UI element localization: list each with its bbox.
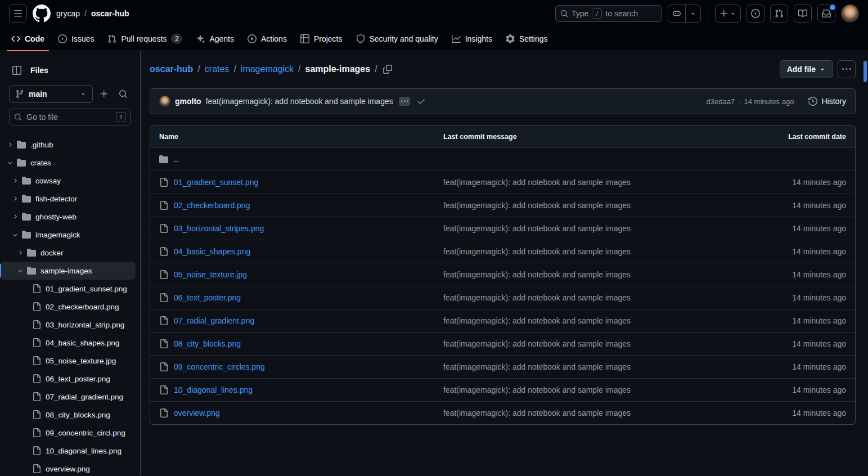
tab-projects[interactable]: Projects: [296, 30, 347, 47]
row-commit-message-link[interactable]: feat(imagemagick): add notebook and samp…: [443, 247, 750, 256]
commit-sha-link[interactable]: d3edaa7: [707, 97, 735, 106]
tab-agents[interactable]: Agents: [191, 30, 239, 47]
new-file-button[interactable]: [96, 86, 112, 102]
copy-path-button[interactable]: [383, 65, 392, 74]
search-this-repo-button[interactable]: [115, 86, 131, 102]
tab-insights[interactable]: Insights: [447, 30, 497, 47]
global-search-button[interactable]: Type / to search: [555, 5, 662, 22]
file-link-03-horizontal-stripes-png[interactable]: 03_horizontal_stripes.png: [174, 224, 264, 233]
tab-actions[interactable]: Actions: [243, 30, 291, 47]
file-link-07-radial-gradient-png[interactable]: 07_radial_gradient.png: [174, 316, 254, 325]
tab-settings[interactable]: Settings: [501, 30, 552, 47]
git-pull-request-icon: [775, 9, 784, 18]
add-file-button[interactable]: Add file: [780, 60, 833, 78]
commit-message-link[interactable]: feat(imagemagick): add notebook and samp…: [206, 97, 393, 106]
tab-code[interactable]: Code: [7, 30, 49, 47]
hamburger-menu-button[interactable]: [9, 5, 27, 23]
breadcrumb-segment-link-crates[interactable]: crates: [205, 64, 230, 74]
tree-item-ghostty-web[interactable]: ghostty-web: [0, 208, 136, 226]
tree-item-03-horizontal-strip-png[interactable]: 03_horizontal_strip.png: [0, 316, 136, 334]
breadcrumb-segment-link-imagemagick[interactable]: imagemagick: [241, 64, 294, 74]
file-link-02-checkerboard-png[interactable]: 02_checkerboard.png: [174, 201, 250, 210]
tree-item-crates[interactable]: crates: [0, 154, 136, 172]
folder-icon: [17, 140, 26, 149]
file-link-06-text-poster-png[interactable]: 06_text_poster.png: [174, 293, 241, 302]
tree-item-label: crates: [30, 159, 55, 167]
file-row-08-city-blocks-png: 08_city_blocks.png feat(imagemagick): ad…: [150, 332, 855, 355]
file-row-05-noise-texture-jpg: 05_noise_texture.jpg feat(imagemagick): …: [150, 263, 855, 286]
tree-item-10-diagonal-lines-png[interactable]: 10_diagonal_lines.png: [0, 442, 136, 460]
tree-item-09-concentric-circl-png[interactable]: 09_concentric_circl.png: [0, 424, 136, 442]
copilot-button[interactable]: [668, 5, 685, 22]
row-commit-message-link[interactable]: feat(imagemagick): add notebook and samp…: [443, 293, 750, 302]
row-commit-message-link[interactable]: feat(imagemagick): add notebook and samp…: [443, 178, 750, 187]
file-icon: [32, 356, 41, 365]
pull-requests-icon-button[interactable]: [770, 5, 788, 23]
tab-pull-requests[interactable]: Pull requests 2: [103, 30, 187, 47]
commit-author-avatar[interactable]: [159, 96, 170, 107]
parent-directory-link[interactable]: ..: [174, 155, 178, 164]
github-logo[interactable]: [33, 5, 51, 23]
tree-item-cowsay[interactable]: cowsay: [0, 172, 136, 190]
page-scrollbar-thumb[interactable]: [863, 61, 867, 82]
tree-item-imagemagick[interactable]: imagemagick: [0, 226, 136, 244]
row-commit-message-link[interactable]: feat(imagemagick): add notebook and samp…: [443, 408, 750, 417]
file-icon: [32, 302, 41, 311]
row-commit-date: 14 minutes ago: [750, 362, 846, 371]
tab-security-and-quality[interactable]: Security and quality: [352, 30, 443, 47]
create-new-button[interactable]: [715, 5, 741, 23]
file-link-09-concentric-circles-png[interactable]: 09_concentric_circles.png: [174, 362, 265, 371]
issues-icon-button[interactable]: [746, 5, 764, 23]
repo-link[interactable]: oscar-hub: [91, 9, 129, 18]
row-commit-message-link[interactable]: feat(imagemagick): add notebook and samp…: [443, 316, 750, 325]
commit-expand-button[interactable]: [399, 97, 410, 106]
copilot-dropdown-button[interactable]: [685, 5, 700, 22]
file-link-10-diagonal-lines-png[interactable]: 10_diagonal_lines.png: [174, 385, 253, 394]
parent-directory-row[interactable]: ..: [150, 147, 855, 170]
commit-author-link[interactable]: gmolto: [175, 97, 201, 106]
workspace: Files main T: [0, 51, 868, 475]
tab-issues[interactable]: Issues: [53, 30, 98, 47]
file-icon: [32, 374, 41, 383]
tree-item-github[interactable]: .github: [0, 136, 136, 154]
tree-item-docker[interactable]: docker: [0, 244, 136, 262]
file-link-05-noise-texture-jpg[interactable]: 05_noise_texture.jpg: [174, 270, 247, 279]
branch-controls: main: [0, 84, 140, 107]
column-header-message: Last commit message: [443, 133, 750, 141]
tree-item-07-radial-gradient-png[interactable]: 07_radial_gradient.png: [0, 388, 136, 406]
file-link-01-gradient-sunset-png[interactable]: 01_gradient_sunset.png: [174, 178, 258, 187]
file-link-08-city-blocks-png[interactable]: 08_city_blocks.png: [174, 339, 241, 348]
history-clock-icon: [808, 97, 817, 106]
history-link[interactable]: History: [808, 97, 846, 106]
notifications-button[interactable]: [817, 5, 835, 23]
file-link-overview-png[interactable]: overview.png: [174, 408, 220, 417]
org-link[interactable]: grycap: [56, 9, 80, 18]
commit-status-check-icon[interactable]: [417, 97, 426, 106]
more-options-button[interactable]: [838, 60, 856, 78]
row-commit-message-link[interactable]: feat(imagemagick): add notebook and samp…: [443, 270, 750, 279]
tree-item-overview-png[interactable]: overview.png: [0, 460, 136, 475]
tree-item-05-noise-texture-jpg[interactable]: 05_noise_texture.jpg: [0, 352, 136, 370]
row-commit-message-link[interactable]: feat(imagemagick): add notebook and samp…: [443, 385, 750, 394]
branch-selector-button[interactable]: main: [9, 85, 93, 103]
tree-item-08-city-blocks-png[interactable]: 08_city_blocks.png: [0, 406, 136, 424]
go-to-file-input[interactable]: [26, 113, 111, 122]
tree-item-01-gradient-sunset-png[interactable]: 01_gradient_sunset.png: [0, 280, 136, 298]
files-sidebar: Files main T: [0, 51, 141, 475]
row-commit-message-link[interactable]: feat(imagemagick): add notebook and samp…: [443, 224, 750, 233]
row-commit-message-link[interactable]: feat(imagemagick): add notebook and samp…: [443, 339, 750, 348]
journal-icon-button[interactable]: [794, 5, 812, 23]
tree-item-sample-images[interactable]: sample-images: [0, 262, 136, 280]
tree-item-02-checkerboard-png[interactable]: 02_checkerboard.png: [0, 298, 136, 316]
column-header-name: Name: [159, 133, 443, 141]
tree-item-04-basic-shapes-png[interactable]: 04_basic_shapes.png: [0, 334, 136, 352]
tree-item-06-text-poster-png[interactable]: 06_text_poster.png: [0, 370, 136, 388]
row-commit-message-link[interactable]: feat(imagemagick): add notebook and samp…: [443, 201, 750, 210]
row-commit-message-link[interactable]: feat(imagemagick): add notebook and samp…: [443, 362, 750, 371]
collapse-file-tree-button[interactable]: [9, 62, 25, 78]
file-link-04-basic-shapes-png[interactable]: 04_basic_shapes.png: [174, 247, 250, 256]
tree-item-fish-detector[interactable]: fish-detector: [0, 190, 136, 208]
user-avatar-button[interactable]: [841, 5, 859, 23]
repo-root-link[interactable]: oscar-hub: [150, 64, 193, 74]
tab-icon: [506, 34, 515, 43]
